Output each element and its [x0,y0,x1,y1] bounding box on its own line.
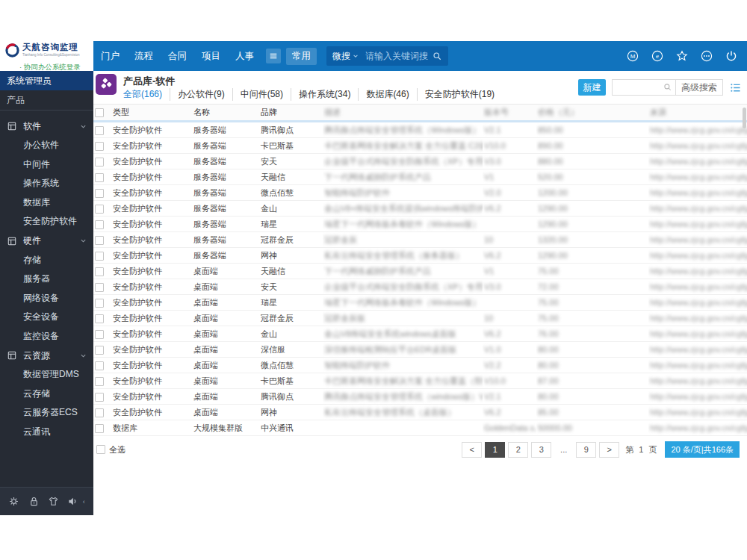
nav-item-3[interactable]: 项目 [202,50,220,63]
select-all[interactable]: 全选 [96,444,125,455]
row-checkbox[interactable] [95,330,104,339]
row-checkbox[interactable] [95,173,104,182]
sidebar-group-硬件[interactable]: 硬件 [0,231,93,251]
page-button-2[interactable]: 2 [508,442,528,458]
cell: http://www.zjcg.gov.cn/cgfg/ [648,248,747,264]
e-badge-icon[interactable]: e [651,50,663,62]
speaker-icon[interactable] [67,496,78,507]
page-button-1[interactable]: 1 [485,442,505,458]
tab-0[interactable]: 全部(166) [122,88,170,101]
more-icon[interactable] [701,50,713,62]
power-icon[interactable] [725,50,737,62]
cell: 75.00 [536,295,648,311]
page-button-3[interactable]: 3 [531,442,551,458]
column-header-label: 版本号 [484,108,509,116]
sidebar-group-软件[interactable]: 软件 [0,116,93,136]
sidebar-item-操作系统[interactable]: 操作系统 [0,174,93,193]
m-badge-icon[interactable]: M [627,50,639,62]
nav-item-2[interactable]: 合同 [168,50,187,63]
nav-item-4[interactable]: 人事 [235,50,254,63]
sidebar-item-安全设备[interactable]: 安全设备 [0,308,93,327]
sidebar-item-服务器[interactable]: 服务器 [0,270,93,289]
tab-2[interactable]: 中间件(58) [232,88,291,101]
sidebar-item-监控设备[interactable]: 监控设备 [0,327,93,346]
cell-text: 卡巴斯基 [261,376,294,385]
search-input[interactable]: 请输入关键词搜 [365,50,428,63]
cell-text: 网神 [261,408,277,417]
tab-4[interactable]: 数据库(46) [358,88,416,101]
nav-item-changyong[interactable]: 常用 [286,48,317,65]
gear-icon[interactable] [8,496,19,507]
page-goto[interactable]: 第 1 页 [625,444,658,455]
row-checkbox[interactable] [95,283,104,292]
tab-3[interactable]: 操作系统(34) [291,88,358,101]
sidebar-item-数据库[interactable]: 数据库 [0,193,93,213]
row-checkbox[interactable] [95,267,104,276]
cell-text: V1 [484,172,494,181]
sidebar-item-云通讯[interactable]: 云通讯 [0,423,93,442]
search-icon[interactable] [660,83,675,92]
row-checkbox[interactable] [95,142,104,151]
table-search-box[interactable] [612,79,676,96]
sidebar-item-云服务器ECS[interactable]: 云服务器ECS [0,403,93,423]
collapse-arrow-icon[interactable]: ‹ [83,498,85,505]
nav-item-0[interactable]: 门户 [101,50,120,63]
cell: V1.0 [483,342,536,358]
sidebar-item-数据管理DMS[interactable]: 数据管理DMS [0,365,93,385]
row-checkbox[interactable] [95,126,104,135]
row-checkbox[interactable] [95,346,104,355]
sidebar-item-安全防护软件[interactable]: 安全防护软件 [0,212,93,231]
scrollbar-thumb[interactable] [743,108,746,128]
row-checkbox[interactable] [95,205,104,214]
star-icon[interactable] [676,50,688,62]
sidebar-item-存储[interactable]: 存储 [0,251,93,270]
sidebar-group-云资源[interactable]: 云资源 [0,346,93,365]
select-all-checkbox[interactable] [96,445,105,454]
nav-item-1[interactable]: 流程 [134,50,153,63]
row-checkbox[interactable] [95,189,104,198]
header-checkbox[interactable] [95,108,104,117]
row-checkbox[interactable] [95,299,104,308]
page-button-<[interactable]: < [462,442,482,458]
tab-5[interactable]: 安全防护软件(19) [417,88,502,101]
nav-menu-button[interactable] [266,49,281,63]
row-checkbox[interactable] [95,236,104,245]
search-scope-label[interactable]: 微搜 [332,50,350,63]
row-checkbox[interactable] [95,252,104,261]
cell-text: 安全防护软件 [113,267,162,276]
search-icon[interactable] [433,52,442,61]
page-button->[interactable]: > [599,442,619,458]
tab-1[interactable]: 办公软件(9) [170,88,232,101]
page-button-9[interactable]: 9 [576,442,596,458]
cell-text: 金山 [261,204,277,213]
product-library-icon [96,74,117,95]
page-size-info[interactable]: 20 条/页|共166条 [665,441,740,458]
row-checkbox[interactable] [95,158,104,167]
lock-icon[interactable] [28,496,40,507]
sidebar-item-网络设备[interactable]: 网络设备 [0,289,93,308]
global-search[interactable]: 微搜 请输入关键词搜 [326,46,448,66]
cell-text: 智能终端防护软件 [324,188,390,197]
sidebar-item-办公软件[interactable]: 办公软件 [0,136,93,155]
row-checkbox[interactable] [95,424,104,433]
row-checkbox[interactable] [95,361,104,370]
cell-text: 安全防护软件 [113,329,162,338]
cell-text: V10.0 [484,141,506,150]
row-checkbox[interactable] [95,220,104,229]
cell-text: 80.00 [538,361,559,370]
new-button[interactable]: 新建 [578,79,606,96]
row-checkbox[interactable] [95,408,104,417]
shirt-icon[interactable] [48,496,59,507]
row-checkbox[interactable] [95,377,104,386]
cell-text: 智能终端防护软件 [324,361,390,370]
advanced-search-button[interactable]: 高级搜索 [676,79,723,96]
sidebar-item-云存储[interactable]: 云存储 [0,385,93,404]
sidebar-section-product[interactable]: 产品 [0,90,93,111]
row-checkbox[interactable] [95,314,104,323]
cell-text: 冠群金辰 [261,314,294,323]
sidebar-item-中间件[interactable]: 中间件 [0,155,93,175]
table-search-input[interactable] [613,80,660,95]
row-checkbox[interactable] [95,393,104,402]
cell: 安全防护软件 [111,138,192,154]
list-view-icon[interactable] [730,82,741,93]
